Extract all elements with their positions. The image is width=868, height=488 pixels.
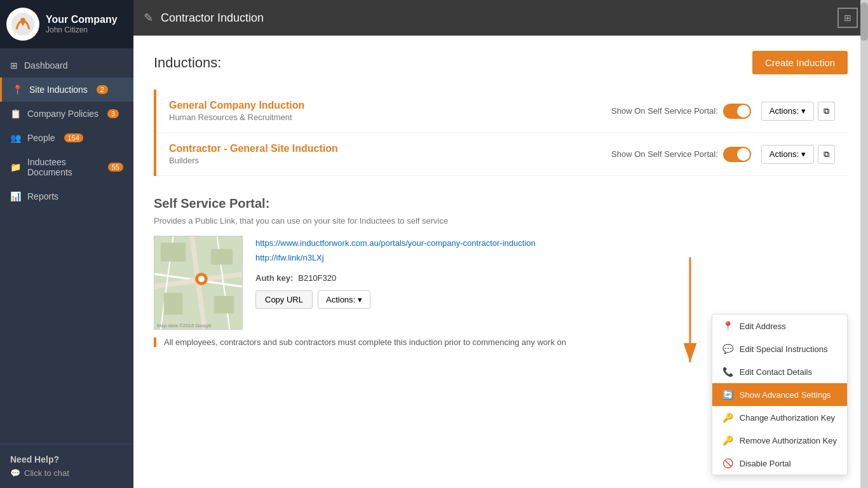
company-info: Your Company John Citizen <box>46 14 118 34</box>
chat-icon: 💬 <box>10 468 20 478</box>
company-logo <box>6 8 39 41</box>
svg-point-1 <box>20 18 25 23</box>
copy-icon: ⧉ <box>824 149 829 159</box>
chevron-down-icon: ▾ <box>801 106 806 116</box>
actions-dropdown-button-1[interactable]: Actions: ▾ <box>761 102 814 121</box>
toggle-icon: 🔄 <box>722 390 733 400</box>
dashboard-icon: ⊞ <box>10 60 18 71</box>
actions-dropdown-button-2[interactable]: Actions: ▾ <box>761 145 814 164</box>
copy-icon-button-1[interactable]: ⧉ <box>818 102 835 121</box>
chat-label: Click to chat <box>24 468 69 478</box>
svg-text:Map data ©2016 Google: Map data ©2016 Google <box>157 323 212 329</box>
induction-item: General Company Induction Human Resource… <box>156 90 848 133</box>
induction-actions: Actions: ▾ ⧉ <box>761 102 835 121</box>
copy-url-button[interactable]: Copy URL <box>255 290 313 309</box>
sidebar-item-inductees-documents[interactable]: 📁 Inductees Documents 55 <box>0 150 133 184</box>
inductions-header: Inductions: Create Induction <box>154 51 848 74</box>
auth-key-value: B210F320 <box>298 273 336 283</box>
chevron-down-icon: ▾ <box>801 149 806 159</box>
sidebar-footer: Need Help? 💬 Click to chat <box>0 444 133 488</box>
sidebar-item-label: People <box>27 133 55 143</box>
location-icon: 📍 <box>722 321 733 331</box>
create-induction-button[interactable]: Create Induction <box>752 51 848 74</box>
induction-name[interactable]: General Company Induction <box>169 100 601 111</box>
portal-toggle[interactable] <box>723 104 751 119</box>
portal-url-short[interactable]: http://ifw.link/n3LXj <box>255 250 848 265</box>
edit-page-icon[interactable]: ✎ <box>144 11 153 25</box>
inductees-badge: 55 <box>108 163 123 172</box>
actions-label: Actions: <box>770 149 799 159</box>
sidebar-navigation: ⊞ Dashboard 📍 Site Inductions 2 📋 Compan… <box>0 48 133 444</box>
sidebar: Your Company John Citizen ⊞ Dashboard 📍 … <box>0 0 133 488</box>
portal-section-desc: Provides a Public Link, that you can use… <box>154 216 848 226</box>
copy-icon-button-2[interactable]: ⧉ <box>818 145 835 164</box>
induction-category: Builders <box>169 156 601 165</box>
portal-actions: Copy URL Actions: ▾ <box>255 290 848 309</box>
induction-list: General Company Induction Human Resource… <box>154 90 848 176</box>
sidebar-item-company-policies[interactable]: 📋 Company Policies 3 <box>0 102 133 126</box>
dropdown-item-label: Disable Portal <box>740 459 791 468</box>
company-name: Your Company <box>46 14 118 25</box>
sidebar-item-people[interactable]: 👥 People 154 <box>0 126 133 150</box>
top-bar: ✎ Contractor Induction ⊞ <box>133 0 868 36</box>
dropdown-item-remove-authorization-key[interactable]: 🔑 Remove Authorization Key <box>712 429 847 452</box>
dropdown-item-label: Remove Authorization Key <box>740 436 837 445</box>
portal-info: https://www.inductforwork.com.au/portals… <box>255 236 848 309</box>
auth-key-row: Auth key: B210F320 <box>255 273 848 283</box>
induction-info: General Company Induction Human Resource… <box>169 100 601 122</box>
portal-map: Map data ©2016 Google <box>154 236 243 330</box>
company-policies-badge: 3 <box>107 109 119 118</box>
induction-item: Contractor - General Site Induction Buil… <box>156 133 848 176</box>
dropdown-item-label: Edit Address <box>740 322 786 331</box>
dropdown-item-show-advanced-settings[interactable]: 🔄 Show Advanced Settings <box>712 383 847 406</box>
dropdown-item-label: Edit Special Instructions <box>740 344 828 354</box>
sidebar-item-site-inductions[interactable]: 📍 Site Inductions 2 <box>0 78 133 102</box>
actions-dropdown-button-portal[interactable]: Actions: ▾ <box>318 290 370 309</box>
comment-icon: 💬 <box>722 344 733 354</box>
dropdown-item-label: Edit Contact Details <box>740 367 812 377</box>
actions-label: Actions: <box>770 106 799 116</box>
key-icon: 🔑 <box>722 412 733 423</box>
user-name: John Citizen <box>46 25 118 34</box>
portal-toggle[interactable] <box>723 147 751 162</box>
scrollbar-thumb[interactable] <box>860 3 868 41</box>
sidebar-item-dashboard[interactable]: ⊞ Dashboard <box>0 53 133 78</box>
induction-info: Contractor - General Site Induction Buil… <box>169 143 601 165</box>
actions-label: Actions: <box>326 295 355 304</box>
dropdown-item-disable-portal[interactable]: 🚫 Disable Portal <box>712 452 847 475</box>
chevron-down-icon: ▾ <box>358 295 362 304</box>
portal-url-long[interactable]: https://www.inductforwork.com.au/portals… <box>255 236 848 250</box>
dropdown-item-label: Change Authorization Key <box>740 413 835 423</box>
induction-actions: Actions: ▾ ⧉ <box>761 145 835 164</box>
dropdown-item-edit-special-instructions[interactable]: 💬 Edit Special Instructions <box>712 337 847 360</box>
map-svg: Map data ©2016 Google <box>154 236 242 330</box>
svg-rect-9 <box>161 243 186 262</box>
sidebar-header: Your Company John Citizen <box>0 0 133 48</box>
sidebar-item-reports[interactable]: 📊 Reports <box>0 184 133 208</box>
people-icon: 👥 <box>10 133 21 143</box>
dropdown-item-edit-address[interactable]: 📍 Edit Address <box>712 315 847 337</box>
portal-toggle-section: Show On Self Service Portal: <box>611 147 751 162</box>
need-help-label: Need Help? <box>10 454 123 464</box>
inductions-title: Inductions: <box>154 55 221 71</box>
top-bar-right-action[interactable]: ⊞ <box>837 8 858 28</box>
portal-label: Show On Self Service Portal: <box>611 149 718 159</box>
people-badge: 154 <box>64 133 83 142</box>
sidebar-item-label: Inductees Documents <box>27 157 99 177</box>
dropdown-item-label: Show Advanced Settings <box>740 390 831 400</box>
actions-dropdown-menu: 📍 Edit Address 💬 Edit Special Instructio… <box>712 314 848 475</box>
main-area: ✎ Contractor Induction ⊞ Inductions: Cre… <box>133 0 868 488</box>
chat-link[interactable]: 💬 Click to chat <box>10 468 123 478</box>
map-image: Map data ©2016 Google <box>154 236 242 329</box>
dropdown-item-edit-contact-details[interactable]: 📞 Edit Contact Details <box>712 360 847 383</box>
scrollbar[interactable] <box>860 0 868 488</box>
reports-icon: 📊 <box>10 191 21 201</box>
sidebar-item-label: Site Inductions <box>29 85 88 95</box>
page-title: Contractor Induction <box>161 11 264 25</box>
sidebar-item-label: Reports <box>27 191 58 201</box>
dropdown-item-change-authorization-key[interactable]: 🔑 Change Authorization Key <box>712 406 847 429</box>
policies-icon: 📋 <box>10 109 21 119</box>
induction-name[interactable]: Contractor - General Site Induction <box>169 143 601 154</box>
key-remove-icon: 🔑 <box>722 435 733 445</box>
grid-icon: ⊞ <box>844 13 851 23</box>
